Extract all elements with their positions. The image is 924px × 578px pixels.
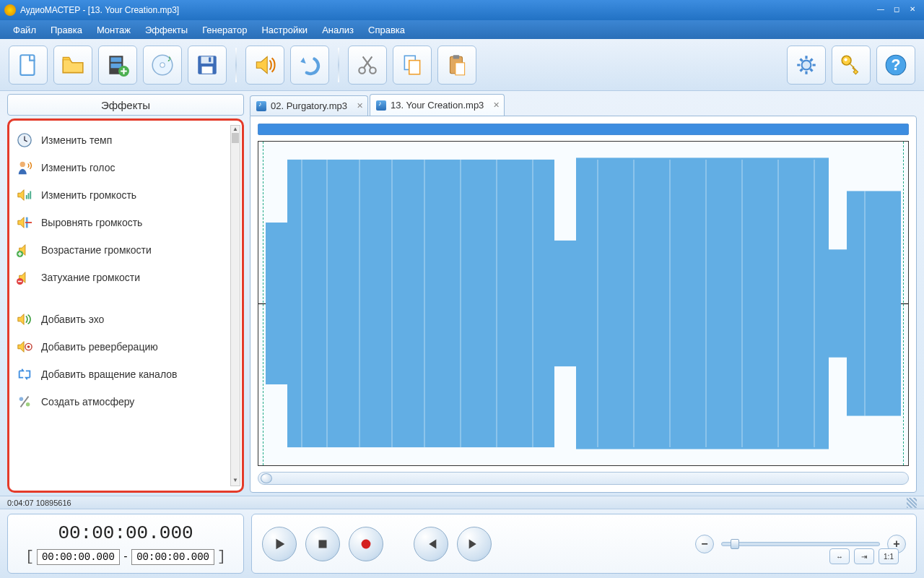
svg-rect-44 <box>554 303 576 366</box>
import-cd-button[interactable]: ♪ <box>143 46 182 85</box>
menu-effects[interactable]: Эффекты <box>139 22 193 38</box>
editor-column: 02. Purgatory.mp3 ✕ 13. Your Creation.mp… <box>250 94 917 493</box>
import-video-button[interactable] <box>98 46 137 85</box>
zoom-out-button[interactable]: − <box>695 535 714 553</box>
zoom-ratio-button[interactable]: 1:1 <box>879 548 899 564</box>
echo-icon <box>17 311 32 327</box>
copy-button[interactable] <box>393 46 432 85</box>
maximize-button[interactable]: ◻ <box>889 5 904 15</box>
svg-rect-10 <box>202 66 213 74</box>
time-range: [ 00:00:00.000 - 00:00:00.000 ] <box>25 548 226 565</box>
tab-purgatory[interactable]: 02. Purgatory.mp3 ✕ <box>250 95 368 116</box>
help-icon: ? <box>884 53 908 77</box>
menu-analysis[interactable]: Анализ <box>316 22 359 38</box>
effect-label: Выровнять громкость <box>41 217 142 228</box>
stop-button[interactable] <box>305 527 340 561</box>
effect-fade-in[interactable]: Возрастание громкости <box>12 236 239 264</box>
effect-change-tempo[interactable]: Изменить темп <box>12 126 239 154</box>
scrollbar-thumb[interactable] <box>261 473 272 483</box>
effect-change-voice[interactable]: Изменить голос <box>12 154 239 181</box>
menu-montage[interactable]: Монтаж <box>91 22 136 38</box>
effect-add-echo[interactable]: Добавить эхо <box>12 306 239 333</box>
audio-file-icon <box>256 101 266 111</box>
svg-rect-41 <box>847 191 901 303</box>
volume-button[interactable] <box>245 46 284 85</box>
effects-scrollbar[interactable]: ▲ ▼ <box>230 125 240 486</box>
effect-add-reverb[interactable]: Добавить реверберацию <box>12 333 239 361</box>
prev-button[interactable] <box>414 527 448 561</box>
help-button[interactable]: ? <box>876 46 915 85</box>
zoom-slider[interactable] <box>721 542 880 546</box>
play-button[interactable] <box>262 527 297 561</box>
gear-icon <box>794 53 819 77</box>
effect-label: Добавить реверберацию <box>41 341 158 353</box>
waveform-overview[interactable] <box>258 124 909 135</box>
person-voice-icon <box>17 160 32 176</box>
svg-rect-42 <box>266 303 287 384</box>
waveform-display[interactable] <box>258 141 909 466</box>
tab-label: 13. Your Creation.mp3 <box>391 100 484 111</box>
time-from-input[interactable]: 00:00:00.000 <box>37 549 120 565</box>
window-title: АудиоМАСТЕР - [13. Your Creation.mp3] <box>20 5 873 15</box>
time-to-input[interactable]: 00:00:00.000 <box>131 549 214 565</box>
cd-music-icon: ♪ <box>150 53 175 77</box>
toolbar: ♪ ? <box>0 39 924 91</box>
open-file-button[interactable] <box>53 46 92 85</box>
save-button[interactable] <box>188 46 227 85</box>
effect-label: Изменить голос <box>41 162 115 173</box>
rotate-channels-icon <box>17 366 32 382</box>
new-file-button[interactable] <box>9 46 48 85</box>
svg-rect-47 <box>847 303 901 416</box>
zoom-slider-thumb[interactable] <box>731 539 739 549</box>
tab-close-button[interactable]: ✕ <box>493 100 500 110</box>
menu-edit[interactable]: Правка <box>45 22 88 38</box>
transport-panel: 00:00:00.000 [ 00:00:00.000 - 00:00:00.0… <box>0 509 924 578</box>
floppy-icon <box>195 53 219 77</box>
effect-label: Изменить громкость <box>41 189 136 201</box>
effect-normalize-volume[interactable]: Выровнять громкость <box>12 209 239 236</box>
svg-rect-0 <box>20 55 34 75</box>
audio-file-icon <box>376 100 386 111</box>
skip-forward-icon <box>466 536 482 552</box>
fit-horizontal-button[interactable]: ↔ <box>829 548 850 564</box>
record-button[interactable] <box>349 527 383 561</box>
effect-change-volume[interactable]: Изменить громкость <box>12 181 239 209</box>
atmosphere-icon <box>17 394 32 410</box>
titlebar: АудиоМАСТЕР - [13. Your Creation.mp3] — … <box>0 0 924 20</box>
paste-icon <box>445 53 469 77</box>
settings-button[interactable] <box>787 46 826 85</box>
fit-selection-button[interactable]: ⇥ <box>854 548 874 564</box>
stop-icon <box>315 536 331 552</box>
menu-help[interactable]: Справка <box>362 22 411 38</box>
resize-grip[interactable] <box>907 498 917 508</box>
svg-text:♪: ♪ <box>167 53 171 64</box>
menu-settings[interactable]: Настройки <box>256 22 313 38</box>
menu-generator[interactable]: Генератор <box>196 22 253 38</box>
close-button[interactable]: ✕ <box>905 5 920 15</box>
toolbar-separator <box>235 48 237 82</box>
paste-button[interactable] <box>437 46 476 85</box>
menu-file[interactable]: Файл <box>7 22 42 38</box>
playback-panel: − + ↔ ⇥ 1:1 <box>251 514 917 574</box>
tab-your-creation[interactable]: 13. Your Creation.mp3 ✕ <box>370 94 505 116</box>
effect-atmosphere[interactable]: Создать атмосферу <box>12 388 239 415</box>
speaker-bars-icon <box>17 187 32 203</box>
effect-label: Возрастание громкости <box>41 244 152 256</box>
cut-button[interactable] <box>348 46 387 85</box>
effect-fade-out[interactable]: Затухание громкости <box>12 264 239 291</box>
horizontal-scrollbar[interactable] <box>258 472 909 485</box>
undo-button[interactable] <box>290 46 329 85</box>
svg-rect-40 <box>829 249 847 303</box>
next-button[interactable] <box>457 527 492 561</box>
minimize-button[interactable]: — <box>873 5 888 15</box>
svg-rect-2 <box>110 57 121 61</box>
svg-rect-17 <box>453 55 460 59</box>
svg-point-25 <box>20 162 25 167</box>
effect-label: Создать атмосферу <box>41 396 134 407</box>
effect-channel-rotate[interactable]: Добавить вращение каналов <box>12 361 239 388</box>
tab-close-button[interactable]: ✕ <box>357 101 363 111</box>
svg-point-33 <box>27 345 30 348</box>
record-icon <box>358 536 374 552</box>
register-button[interactable] <box>832 46 871 85</box>
svg-rect-11 <box>209 57 211 61</box>
